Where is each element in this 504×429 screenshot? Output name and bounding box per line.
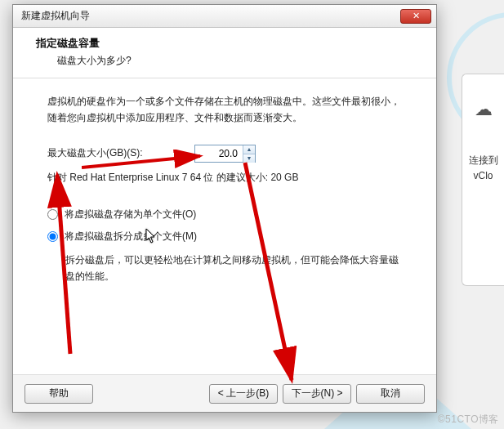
close-icon: ✕ bbox=[413, 11, 420, 20]
cloud-icon: ☁ bbox=[462, 99, 504, 120]
side-panel: ☁ 连接到 vClo bbox=[462, 74, 504, 286]
dialog-title: 新建虚拟机向导 bbox=[21, 9, 400, 23]
wizard-dialog: 新建虚拟机向导 ✕ 指定磁盘容量 磁盘大小为多少? 虚拟机的硬盘作为一个或多个文… bbox=[12, 4, 437, 413]
header-title: 指定磁盘容量 bbox=[36, 36, 420, 51]
max-disk-row: 最大磁盘大小(GB)(S): ▲ ▼ bbox=[47, 145, 407, 163]
radio-split-row[interactable]: 将虚拟磁盘拆分成多个文件(M) bbox=[47, 230, 407, 244]
header-subtitle: 磁盘大小为多少? bbox=[36, 54, 420, 68]
split-note-text: 拆分磁盘后，可以更轻松地在计算机之间移动虚拟机，但可能会降低大容量磁盘的性能。 bbox=[65, 252, 407, 285]
watermark-text: ©51CTO博客 bbox=[438, 413, 499, 427]
side-text-1: 连接到 bbox=[462, 153, 504, 168]
spinner-down-icon[interactable]: ▼ bbox=[243, 154, 255, 163]
close-button[interactable]: ✕ bbox=[400, 9, 431, 24]
next-button[interactable]: 下一步(N) > bbox=[283, 384, 351, 404]
radio-split-files[interactable] bbox=[47, 231, 58, 242]
spinner-up-icon[interactable]: ▲ bbox=[243, 145, 255, 154]
radio-single-row[interactable]: 将虚拟磁盘存储为单个文件(O) bbox=[47, 208, 407, 221]
titlebar: 新建虚拟机向导 ✕ bbox=[13, 5, 436, 28]
cancel-button[interactable]: 取消 bbox=[356, 384, 425, 404]
max-disk-input[interactable] bbox=[195, 145, 243, 162]
radio-single-label: 将虚拟磁盘存储为单个文件(O) bbox=[65, 208, 196, 221]
disk-storage-radio-group: 将虚拟磁盘存储为单个文件(O) 将虚拟磁盘拆分成多个文件(M) 拆分磁盘后，可以… bbox=[47, 208, 407, 285]
radio-single-file[interactable] bbox=[47, 209, 58, 220]
help-button[interactable]: 帮助 bbox=[25, 384, 93, 404]
side-text-2: vClo bbox=[462, 168, 504, 184]
back-button[interactable]: < 上一步(B) bbox=[209, 384, 278, 404]
description-text: 虚拟机的硬盘作为一个或多个文件存储在主机的物理磁盘中。这些文件最初很小，随着您向… bbox=[47, 93, 407, 127]
header-block: 指定磁盘容量 磁盘大小为多少? bbox=[13, 28, 436, 78]
button-bar: 帮助 < 上一步(B) 下一步(N) > 取消 bbox=[13, 374, 436, 412]
recommend-text: 针对 Red Hat Enterprise Linux 7 64 位 的建议大小… bbox=[47, 171, 407, 185]
max-disk-spinner[interactable]: ▲ ▼ bbox=[194, 145, 256, 163]
radio-split-label: 将虚拟磁盘拆分成多个文件(M) bbox=[65, 230, 197, 244]
content-area: 虚拟机的硬盘作为一个或多个文件存储在主机的物理磁盘中。这些文件最初很小，随着您向… bbox=[13, 78, 436, 374]
max-disk-label: 最大磁盘大小(GB)(S): bbox=[47, 146, 194, 160]
